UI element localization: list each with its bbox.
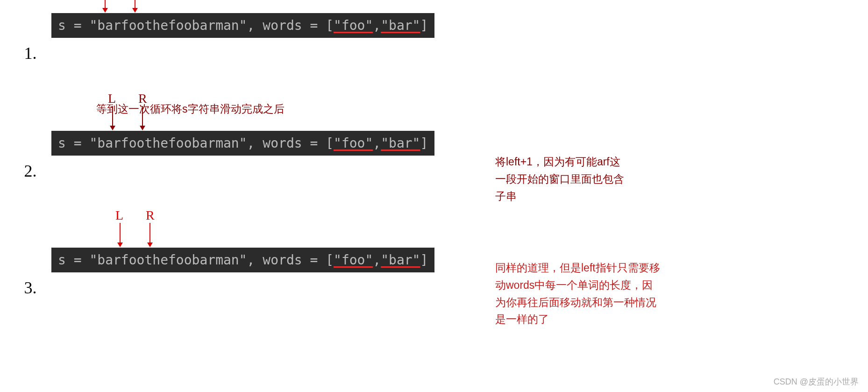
code-mid: ", words = [ — [239, 252, 334, 268]
code-s: barfoothefoobarman — [97, 135, 239, 151]
code-w2: "bar" — [381, 252, 420, 268]
arrow-R-icon — [135, 0, 135, 12]
arrow-L-icon — [112, 106, 113, 129]
step-number: 3. — [19, 278, 42, 298]
arrow-R-icon — [149, 223, 150, 246]
code-w1: "foo" — [334, 252, 373, 268]
step-number: 1. — [19, 43, 42, 63]
code-post: ] — [420, 252, 428, 268]
code-sep: , — [373, 252, 381, 268]
code-post: ] — [420, 135, 428, 151]
code-block-2: s = "barfoothefoobarman", words = ["foo"… — [51, 131, 434, 156]
code-post: ] — [420, 18, 428, 33]
arrow-R-icon — [142, 106, 143, 129]
arrow-layer-3: L R — [51, 208, 434, 250]
code-w2: "bar" — [381, 18, 420, 33]
code-w2: "bar" — [381, 135, 420, 151]
code-block-1: s = "barfoothefoobarman", words = ["foo"… — [51, 13, 434, 38]
code-wrap-1: L R s = "barfoothefoobarman", words = ["… — [51, 13, 434, 38]
step-number: 2. — [19, 161, 42, 181]
code-w1: "foo" — [334, 135, 373, 151]
arrow-L-icon — [105, 0, 106, 12]
code-pre: s = " — [58, 18, 97, 33]
pointer-L-label: L — [115, 208, 123, 223]
step-3: 3. L R s = "barfoothefoobarman", words =… — [19, 248, 434, 298]
code-sep: , — [373, 18, 381, 33]
arrow-L-icon — [120, 223, 121, 246]
pointer-R-label: R — [146, 208, 155, 223]
code-pre: s = " — [58, 135, 97, 151]
code-s: barfoothefoobarman — [97, 252, 239, 268]
code-mid: ", words = [ — [239, 135, 334, 151]
code-s: barfoothefoobarman — [97, 18, 239, 33]
caption-side-2: 将left+1，因为有可能arf这一段开始的窗口里面也包含子串 — [495, 153, 626, 205]
pointer-L-label: L — [108, 91, 116, 106]
code-pre: s = " — [58, 252, 97, 268]
step-2: 2. L R s = "barfoothefoobarman", words =… — [19, 131, 434, 181]
code-wrap-2: L R s = "barfoothefoobarman", words = ["… — [51, 131, 434, 156]
code-wrap-3: L R s = "barfoothefoobarman", words = ["… — [51, 248, 434, 272]
step-1: 1. L R s = "barfoothefoobarman", words =… — [19, 13, 434, 63]
code-w1: "foo" — [334, 18, 373, 33]
code-sep: , — [373, 135, 381, 151]
code-mid: ", words = [ — [239, 18, 334, 33]
caption-side-3: 同样的道理，但是left指针只需要移动words中每一个单词的长度，因为你再往后… — [495, 259, 663, 328]
arrow-layer-2: L R — [51, 91, 434, 133]
code-block-3: s = "barfoothefoobarman", words = ["foo"… — [51, 248, 434, 272]
pointer-R-label: R — [138, 91, 147, 106]
watermark: CSDN @皮蛋的小世界 — [774, 376, 859, 387]
